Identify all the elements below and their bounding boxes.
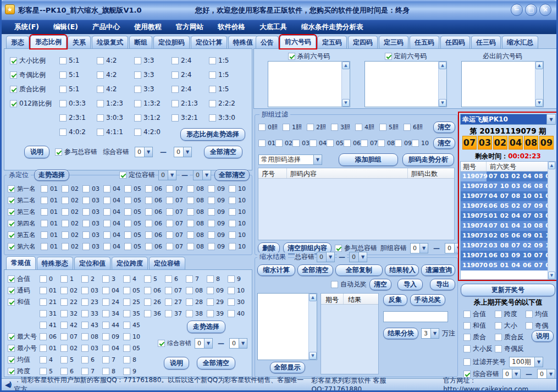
- checkbox-box[interactable]: [82, 197, 90, 204]
- checkbox-box[interactable]: [123, 310, 130, 317]
- scroll-down-icon[interactable]: ▼: [535, 99, 543, 107]
- scrollbar[interactable]: ▲▼: [438, 62, 446, 107]
- checkbox-box[interactable]: [331, 124, 338, 131]
- checkbox-5[interactable]: 5: [40, 368, 60, 375]
- checkbox-box[interactable]: [209, 114, 216, 122]
- checkbox-box[interactable]: [81, 310, 89, 317]
- checkbox-6[interactable]: 6: [81, 356, 102, 363]
- checkbox-6[interactable]: 6: [165, 275, 186, 283]
- checkbox-box[interactable]: [82, 231, 90, 239]
- checkbox-box[interactable]: [123, 275, 130, 283]
- menu-item-缩水条件走势分析表[interactable]: 缩水条件走势分析表: [294, 23, 371, 32]
- checkbox-box[interactable]: [228, 299, 235, 306]
- checkbox-box[interactable]: [59, 129, 67, 136]
- checkbox-box[interactable]: [228, 287, 235, 294]
- checkbox-3:1:2[interactable]: 3:1:2: [134, 114, 172, 122]
- checkbox-box[interactable]: [102, 322, 109, 329]
- checkbox-box[interactable]: [82, 208, 90, 216]
- values-comp-to-dropdown[interactable]: 0▼: [229, 338, 247, 349]
- checkbox-26[interactable]: 26: [144, 299, 165, 306]
- checkbox-07[interactable]: 07: [166, 243, 187, 250]
- checkbox-box[interactable]: [172, 57, 179, 64]
- checkbox-box[interactable]: [41, 185, 48, 192]
- checkbox-box[interactable]: [229, 231, 236, 239]
- checkbox-box[interactable]: [59, 71, 67, 79]
- checkbox-box[interactable]: [495, 334, 502, 341]
- checkbox-box[interactable]: [41, 208, 48, 216]
- checkbox-1:5[interactable]: 1:5: [209, 85, 246, 93]
- values-clear-button[interactable]: 全部清空: [197, 357, 235, 369]
- checkbox-35[interactable]: 35: [123, 310, 144, 317]
- checkbox-box[interactable]: [82, 220, 90, 227]
- total-tolerance-from-dropdown[interactable]: 0▼: [317, 252, 335, 262]
- checkbox-24[interactable]: 24: [102, 299, 123, 306]
- checkbox-02[interactable]: 02: [60, 287, 81, 294]
- tab-形态[interactable]: 形态: [6, 36, 29, 48]
- total-tolerance-to-dropdown[interactable]: 0▼: [349, 252, 367, 262]
- checkbox-box[interactable]: [60, 368, 68, 375]
- checkbox-03[interactable]: 03: [292, 140, 310, 147]
- checkbox-05[interactable]: 05: [124, 231, 145, 239]
- checkbox-box[interactable]: [495, 345, 502, 352]
- checkbox-box[interactable]: [123, 299, 130, 306]
- checkbox-第五名[interactable]: 第五名: [8, 231, 41, 239]
- scroll-up-icon[interactable]: ▲: [535, 62, 543, 69]
- history-row[interactable]: 11907407 01 04 10 08 06: [461, 221, 555, 231]
- checkbox-05[interactable]: 05: [123, 345, 144, 352]
- checkbox-03[interactable]: 03: [82, 185, 103, 192]
- checkbox-box[interactable]: [60, 345, 68, 352]
- checkbox-box[interactable]: [41, 243, 48, 250]
- checkbox-08[interactable]: 08: [187, 185, 208, 192]
- checkbox-box[interactable]: [379, 124, 386, 131]
- checkbox-box[interactable]: [385, 53, 392, 60]
- checkbox-box[interactable]: [60, 322, 68, 329]
- checkbox-34[interactable]: 34: [102, 310, 123, 317]
- checkbox-36[interactable]: 36: [144, 310, 165, 317]
- scroll-down-icon[interactable]: ▼: [439, 99, 446, 107]
- lottery-select-dropdown[interactable]: 幸运飞艇PK10 ▼: [460, 114, 556, 125]
- checkbox-2:2:2[interactable]: 2:2:2: [209, 100, 246, 107]
- checkbox-09[interactable]: 09: [102, 333, 123, 340]
- redeem-clear-button[interactable]: 清空: [369, 279, 391, 290]
- checkbox-box[interactable]: [82, 243, 90, 250]
- checkbox-box[interactable]: [145, 197, 152, 204]
- checkbox-box[interactable]: [166, 197, 173, 204]
- checkbox-box[interactable]: [526, 311, 533, 318]
- six-code-input-必出前六号码[interactable]: ▲▼: [461, 61, 544, 107]
- checkbox-box[interactable]: [209, 100, 216, 107]
- scroll-up-icon[interactable]: ▲: [548, 162, 555, 169]
- checkbox-奇偶[interactable]: 奇偶: [526, 321, 557, 330]
- checkbox-box[interactable]: [103, 220, 111, 227]
- checkbox-02[interactable]: 02: [62, 185, 82, 192]
- checkbox-box[interactable]: [229, 197, 236, 204]
- checkbox-box[interactable]: [124, 208, 131, 216]
- checkbox-box[interactable]: [207, 299, 214, 306]
- checkbox-09[interactable]: 09: [208, 185, 229, 192]
- chevron-down-icon[interactable]: ▼: [204, 339, 212, 348]
- checkbox-box[interactable]: [187, 231, 194, 239]
- manual-redeem-button[interactable]: 手动兑奖: [410, 294, 445, 306]
- checkbox-box[interactable]: [166, 231, 173, 239]
- checkbox-10[interactable]: 10: [229, 243, 250, 250]
- checkbox-奇偶反[interactable]: 奇偶反: [495, 344, 526, 354]
- checkbox-08[interactable]: 08: [187, 243, 208, 250]
- checkbox-10[interactable]: 10: [229, 197, 250, 204]
- omission-query-button[interactable]: 遗漏查询: [421, 264, 455, 276]
- checkbox-质合反[interactable]: 质合反: [495, 333, 526, 342]
- checkbox-44[interactable]: 44: [102, 322, 123, 329]
- history-row[interactable]: 11907606 05 02 07 09 03: [461, 201, 555, 211]
- checkbox-box[interactable]: [41, 197, 48, 204]
- six-code-input-杀前六号码[interactable]: ▲▼: [268, 61, 350, 107]
- checkbox-box[interactable]: [158, 340, 165, 347]
- history-row[interactable]: 11907501 02 04 07 03 08: [461, 211, 555, 221]
- checkbox-box[interactable]: [209, 71, 216, 79]
- kill-clear-button[interactable]: 全部清空: [214, 169, 250, 181]
- checkbox-box[interactable]: [62, 208, 69, 216]
- position-tolerance-checkbox[interactable]: 定位容错: [119, 170, 155, 180]
- scrollbar[interactable]: ▲▼: [341, 62, 350, 107]
- tab-垃圾复式[interactable]: 垃圾复式: [92, 36, 128, 48]
- checkbox-4:0:2[interactable]: 4:0:2: [59, 128, 97, 136]
- checkbox-box[interactable]: [10, 71, 17, 79]
- checkbox-05[interactable]: 05: [327, 140, 344, 147]
- checkbox-21[interactable]: 21: [40, 299, 60, 306]
